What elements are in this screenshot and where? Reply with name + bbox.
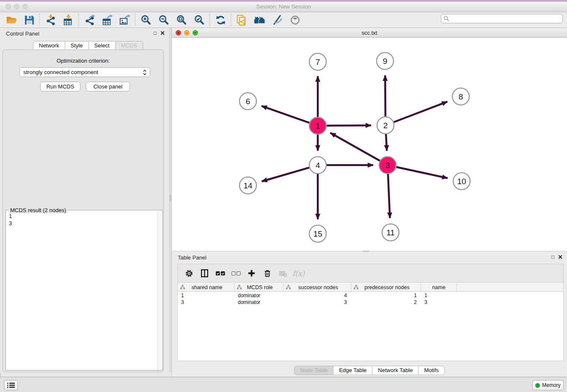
mcds-result-scrollbar[interactable] [157,210,162,370]
graph-node-11[interactable]: 11 [382,224,399,241]
settings-gear-button[interactable] [181,266,197,281]
network-canvas[interactable]: 7968124314101511 [172,38,567,251]
control-panel-close-icon[interactable]: ✕ [160,30,165,36]
graph-edge-3-11[interactable] [388,174,390,218]
import-network-icon [45,14,56,26]
table-tab-motifs[interactable]: Motifs [418,366,445,375]
save-session-button[interactable] [20,13,38,27]
control-tab-style[interactable]: Style [65,41,89,50]
column-header-MCDS-role[interactable]: MCDS role [234,283,284,292]
toolbar-separator [135,14,136,26]
toolbar-separator [78,14,79,26]
select-stepper-icon [143,69,146,75]
graph-edge-4-14[interactable] [262,168,309,182]
close-panel-button[interactable]: Close panel [86,82,130,91]
graph-edge-1-6[interactable] [261,106,309,123]
column-header-predecessor-nodes[interactable]: predecessor nodes [351,283,421,292]
memory-button[interactable]: Memory [532,380,564,390]
table-panel-float-icon[interactable]: □ [551,254,554,260]
network-window-title: scc.txt [172,28,567,38]
search-box[interactable] [441,14,563,23]
search-input[interactable] [449,14,562,23]
mcds-result-box: MCDS result (2 nodes) 13 [6,210,163,370]
column-label: shared name [192,284,223,290]
graph-edge-2-8[interactable] [394,102,448,122]
graph-node-4[interactable]: 4 [309,157,326,174]
toolbar-separator [231,14,231,26]
add-column-button[interactable] [244,266,259,281]
column-label: name [432,284,445,290]
zoom-in-icon [140,14,152,26]
import-table-button[interactable] [59,13,77,27]
network-window-titlebar: ✕ − + scc.txt [172,28,567,38]
delete-table-button[interactable] [275,266,291,281]
column-header-successor-nodes[interactable]: successor nodes [284,283,351,292]
zoom-out-button[interactable] [155,13,173,27]
export-table-button[interactable] [98,13,116,27]
table-tab-network-table[interactable]: Network Table [372,366,418,375]
eye-button[interactable] [286,13,304,27]
table-panel-title: Table Panel [178,254,206,261]
table-row[interactable]: 1dominator411 [178,292,563,299]
table-tab-node-table[interactable]: Node Table [294,366,334,375]
control-tab-select[interactable]: Select [88,41,116,50]
column-label: predecessor nodes [364,284,409,290]
run-mcds-button[interactable]: Run MCDS [40,82,80,91]
mcds-panel: Optimization criterion: strongly connect… [3,50,164,372]
control-tab-network[interactable]: Network [33,41,65,50]
table-toolbar: f(x) [178,264,563,283]
export-network-button[interactable] [80,13,98,27]
hide-graphics-details-button[interactable] [268,13,286,27]
graph-edge-1-2[interactable] [327,125,371,126]
graph-node-7[interactable]: 7 [309,53,326,70]
column-header-shared-name[interactable]: shared name [178,283,234,292]
graph-edge-3-10[interactable] [396,167,448,178]
table-header: shared nameMCDS rolesuccessor nodesprede… [178,283,563,292]
graph-node-1[interactable]: 1 [309,117,326,134]
function-builder-icon: f(x) [292,269,305,278]
zoom-out-icon [158,14,170,26]
task-history-button[interactable] [4,380,18,390]
memory-button-label: Memory [542,382,560,388]
graph-node-6[interactable]: 6 [239,93,256,110]
refresh-layout-button[interactable] [212,13,229,27]
function-builder-button[interactable]: f(x) [291,266,306,281]
graph-node-10[interactable]: 10 [453,173,470,190]
svg-text:4: 4 [316,161,320,170]
graph-edge-2-3[interactable] [386,134,387,151]
mcds-result-text[interactable]: 13 [6,212,157,370]
zoom-selected-button[interactable] [190,13,208,27]
zoom-in-button[interactable] [137,13,155,27]
import-network-button[interactable] [41,13,59,27]
control-panel-float-icon[interactable]: □ [154,30,157,36]
svg-text:11: 11 [386,228,395,237]
clear-column-selection-icon [231,271,241,276]
graph-node-3[interactable]: 3 [379,157,396,174]
network-home-button[interactable] [250,13,268,27]
graph-node-9[interactable]: 9 [377,52,394,69]
graph-node-15[interactable]: 15 [309,225,326,242]
export-image-button[interactable] [116,13,134,27]
toolbar-separator [209,14,210,26]
open-file-button[interactable] [3,13,20,27]
delete-columns-button[interactable] [259,266,275,281]
select-all-columns-button[interactable] [212,266,228,281]
control-tab-mcds[interactable]: MCDS [115,41,143,50]
column-header-name[interactable]: name [421,283,457,292]
graph-edge-3-1[interactable] [330,133,380,161]
graph-edge-2-9[interactable] [385,75,385,116]
table-cell: 3 [421,299,457,306]
graph-node-14[interactable]: 14 [239,177,256,194]
table-row[interactable]: 3dominator323 [178,299,563,306]
show-columns-button[interactable] [197,266,212,281]
clear-column-selection-button[interactable] [228,266,244,281]
graph-node-2[interactable]: 2 [377,117,394,134]
table-panel-close-icon[interactable]: ✕ [558,254,563,260]
eye-icon [289,14,301,26]
table-tab-edge-table[interactable]: Edge Table [333,366,372,375]
zoom-fit-button[interactable] [173,13,190,27]
optimization-criterion-select[interactable]: strongly connected component [19,67,150,77]
svg-text:6: 6 [246,97,250,106]
clone-network-button[interactable] [233,13,250,27]
graph-node-8[interactable]: 8 [452,88,469,105]
